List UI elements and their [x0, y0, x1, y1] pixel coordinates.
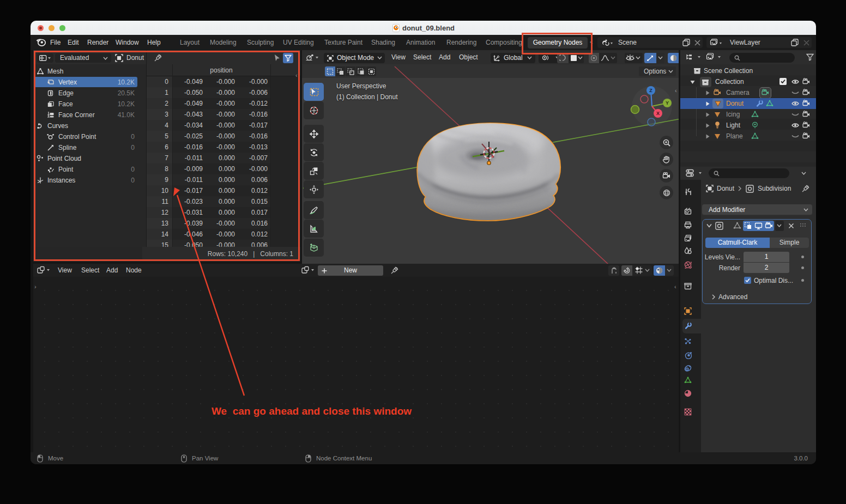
svg-text:Y: Y — [666, 100, 669, 106]
svg-text:Z: Z — [649, 88, 652, 93]
svg-text:X: X — [656, 111, 660, 116]
